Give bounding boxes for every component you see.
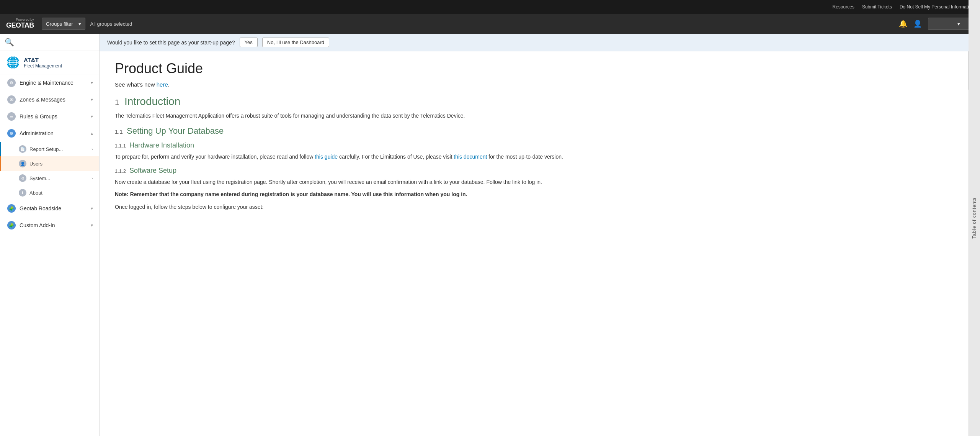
administration-label: Administration <box>20 130 87 136</box>
geotab-logo: GEOTAB <box>6 22 34 30</box>
groups-filter-label: Groups filter <box>46 21 73 27</box>
system-chevron-icon: › <box>91 176 93 180</box>
administration-chevron-icon: ▴ <box>91 131 93 136</box>
sidebar-item-geotab-roadside[interactable]: 🧩 Geotab Roadside ▾ <box>0 200 99 217</box>
zones-label: Zones & Messages <box>20 97 87 103</box>
section-1-1-2-body: Now create a database for your fleet usi… <box>115 178 945 186</box>
sidebar-item-zones[interactable]: ✉ Zones & Messages ▾ <box>0 91 99 108</box>
sidebar-item-administration[interactable]: ⚙ Administration ▴ <box>0 125 99 142</box>
brand-area: AT&T Fleet Management <box>0 51 99 74</box>
notifications-icon[interactable]: 🔔 <box>899 20 907 28</box>
engine-label: Engine & Maintenance <box>20 80 87 86</box>
sidebar-item-report-setup[interactable]: 📄 Report Setup... › <box>0 142 99 156</box>
users-label: Users <box>29 161 42 167</box>
top-bar: Resources Submit Tickets Do Not Sell My … <box>0 0 980 14</box>
sidebar-search-row: 🔍 <box>0 34 99 51</box>
main-layout: 🔍 AT&T Fleet Management ⚙ Engine <box>0 34 980 436</box>
custom-addon-icon: 🧩 <box>7 221 16 229</box>
user-dropdown-chevron-icon: ▾ <box>957 21 960 27</box>
here-link[interactable]: here <box>157 81 168 88</box>
submit-tickets-link[interactable]: Submit Tickets <box>862 4 892 10</box>
all-groups-text: All groups selected <box>90 21 132 27</box>
section-1-1-heading: 1.1 Setting Up Your Database <box>115 126 945 136</box>
sidebar-item-custom-addon[interactable]: 🧩 Custom Add-In ▾ <box>0 217 99 234</box>
geotab-roadside-chevron-icon: ▾ <box>91 206 93 211</box>
section-1-heading: 1 Introduction <box>115 95 945 108</box>
sidebar-item-engine[interactable]: ⚙ Engine & Maintenance ▾ <box>0 74 99 91</box>
startup-no-button[interactable]: No, I'll use the Dashboard <box>262 38 329 47</box>
subtitle-text: See what's new here. <box>115 81 945 88</box>
report-setup-label: Report Setup... <box>29 146 63 152</box>
content-scroll[interactable]: Product Guide See what's new here. 1 Int… <box>100 51 968 436</box>
content-area: Would you like to set this page as your … <box>100 34 980 436</box>
section-1-1-2-body2: Once logged in, follow the steps below t… <box>115 203 945 211</box>
system-label: System... <box>29 175 50 181</box>
resources-link[interactable]: Resources <box>833 4 854 10</box>
sidebar-item-users[interactable]: 👤 Users <box>0 156 99 171</box>
engine-icon: ⚙ <box>7 79 16 87</box>
zones-icon: ✉ <box>7 95 16 104</box>
system-icon: ⚙ <box>19 174 26 182</box>
section-1-body: The Telematics Fleet Management Applicat… <box>115 111 945 120</box>
groups-filter-chevron-icon: ▾ <box>76 21 81 27</box>
report-setup-chevron-icon: › <box>91 147 93 151</box>
header-right: 🔔 👤 ▾ <box>899 18 974 30</box>
about-label: About <box>29 190 42 196</box>
sidebar-item-rules[interactable]: ☰ Rules & Groups ▾ <box>0 108 99 125</box>
section-1-1-2-heading: 1.1.2 Software Setup <box>115 167 945 175</box>
startup-yes-button[interactable]: Yes <box>240 38 258 47</box>
about-icon: ℹ <box>19 189 26 197</box>
user-icon[interactable]: 👤 <box>913 20 922 28</box>
section-1-1-2-note: Note: Remember that the company name ent… <box>115 190 945 198</box>
header-bar: Powered by GEOTAB Groups filter ▾ All gr… <box>0 14 980 34</box>
brand-name-line1: AT&T <box>24 57 62 63</box>
att-logo-icon <box>6 56 20 69</box>
logo-area: Powered by GEOTAB <box>6 18 34 30</box>
do-not-sell-link[interactable]: Do Not Sell My Personal Information <box>900 4 974 10</box>
toc-label[interactable]: Table of contents <box>972 197 977 239</box>
sidebar-item-about[interactable]: ℹ About <box>0 185 99 200</box>
report-setup-icon: 📄 <box>19 145 26 153</box>
administration-icon: ⚙ <box>7 129 16 138</box>
custom-addon-label: Custom Add-In <box>20 222 87 228</box>
section-1-1-1-body: To prepare for, perform and verify your … <box>115 152 945 161</box>
brand-name: AT&T Fleet Management <box>24 57 62 69</box>
geotab-roadside-label: Geotab Roadside <box>20 205 87 211</box>
brand-name-line2: Fleet Management <box>24 63 62 69</box>
section-1-1-1-heading: 1.1.1 Hardware Installation <box>115 141 945 149</box>
startup-question: Would you like to set this page as your … <box>107 39 235 46</box>
startup-banner: Would you like to set this page as your … <box>100 34 980 51</box>
sidebar: 🔍 AT&T Fleet Management ⚙ Engine <box>0 34 100 436</box>
geotab-roadside-icon: 🧩 <box>7 204 16 213</box>
toc-sidebar: Table of contents <box>969 51 980 436</box>
this-document-link[interactable]: this document <box>454 154 487 160</box>
sidebar-item-system[interactable]: ⚙ System... › <box>0 171 99 185</box>
nav-list: ⚙ Engine & Maintenance ▾ ✉ Zones & Messa… <box>0 74 99 234</box>
rules-chevron-icon: ▾ <box>91 114 93 119</box>
user-dropdown-button[interactable]: ▾ <box>928 18 974 30</box>
custom-addon-chevron-icon: ▾ <box>91 223 93 228</box>
rules-icon: ☰ <box>7 112 16 121</box>
this-guide-link[interactable]: this guide <box>315 154 338 160</box>
content-with-toc: Product Guide See what's new here. 1 Int… <box>100 51 980 436</box>
groups-filter-button[interactable]: Groups filter ▾ <box>42 18 86 30</box>
zones-chevron-icon: ▾ <box>91 97 93 102</box>
page-title: Product Guide <box>115 61 945 77</box>
sidebar-search-icon[interactable]: 🔍 <box>5 38 95 47</box>
users-icon: 👤 <box>19 160 26 167</box>
engine-chevron-icon: ▾ <box>91 80 93 85</box>
rules-label: Rules & Groups <box>20 113 87 120</box>
